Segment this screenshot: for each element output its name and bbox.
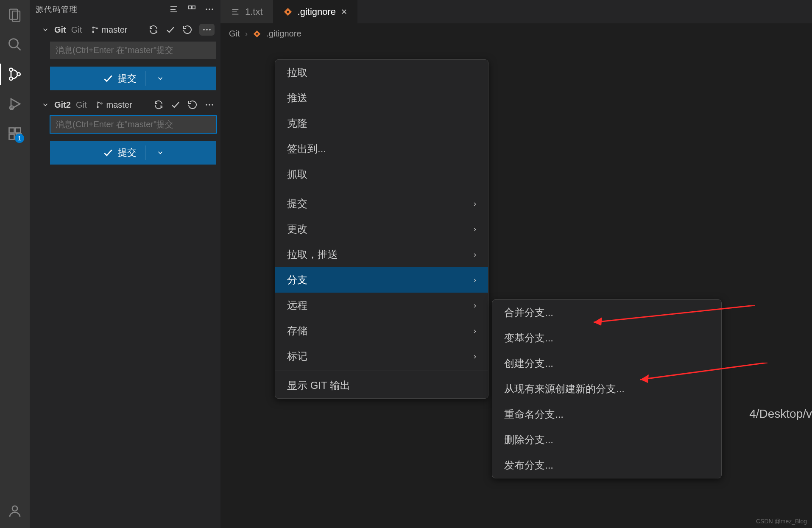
menu-item-label: 从现有来源创建新的分支... — [504, 382, 625, 396]
sync-icon[interactable] — [153, 100, 164, 110]
svg-point-25 — [203, 29, 205, 31]
svg-point-5 — [9, 77, 13, 81]
svg-rect-10 — [16, 128, 21, 133]
menu-item[interactable]: 克隆 — [275, 111, 488, 136]
svg-point-32 — [209, 104, 210, 106]
menu-item-label: 更改 — [287, 222, 307, 236]
editor-text: 4/Desktop/v — [749, 407, 812, 421]
svg-point-22 — [92, 27, 94, 28]
commit-button[interactable]: 提交 — [50, 141, 216, 165]
menu-item[interactable]: 远程› — [275, 293, 488, 318]
repo-git2: Git2 Git master 提交 — [30, 96, 220, 169]
commit-message-input[interactable] — [50, 116, 216, 133]
tab-gitignore[interactable]: .gitignore ✕ — [273, 0, 358, 23]
repo-more-icon[interactable] — [204, 100, 215, 110]
menu-item-label: 发布分支... — [504, 458, 553, 472]
tab-1txt[interactable]: 1.txt — [220, 0, 273, 23]
chevron-right-icon: › — [474, 276, 476, 285]
menu-item[interactable]: 合并分支... — [492, 300, 721, 325]
repo-git: Git Git master 提交 — [30, 20, 220, 95]
commit-message-input[interactable] — [50, 42, 216, 59]
menu-item[interactable]: 拉取 — [275, 60, 488, 85]
svg-line-3 — [17, 47, 21, 50]
svg-point-24 — [96, 28, 98, 29]
menu-item-label: 存储 — [287, 324, 307, 338]
menu-item[interactable]: 分支› — [275, 267, 488, 293]
menu-item-label: 拉取，推送 — [287, 248, 338, 261]
svg-rect-17 — [188, 6, 191, 9]
chevron-down-icon[interactable] — [156, 149, 164, 156]
menu-item[interactable]: 抓取 — [275, 162, 488, 187]
menu-item[interactable]: 重命名分支... — [492, 402, 721, 427]
run-debug-icon[interactable] — [6, 95, 23, 112]
menu-item[interactable]: 从现有来源创建新的分支... — [492, 376, 721, 402]
check-icon[interactable] — [170, 100, 181, 110]
chevron-down-icon[interactable] — [42, 101, 49, 109]
more-actions-icon[interactable] — [204, 4, 215, 14]
svg-point-21 — [212, 8, 213, 10]
source-control-icon[interactable] — [6, 66, 23, 83]
tab-label: 1.txt — [245, 6, 263, 17]
menu-item[interactable]: 变基分支... — [492, 325, 721, 351]
breadcrumb[interactable]: Git › .gitignore — [220, 24, 812, 44]
svg-point-33 — [212, 104, 213, 106]
menu-item[interactable]: 显示 GIT 输出 — [275, 373, 488, 398]
close-icon[interactable]: ✕ — [341, 7, 347, 17]
account-icon[interactable] — [6, 503, 23, 520]
svg-point-4 — [9, 68, 13, 72]
branch-submenu: 合并分支...变基分支...创建分支...从现有来源创建新的分支...重命名分支… — [492, 299, 722, 478]
menu-item[interactable]: 发布分支... — [492, 453, 721, 478]
chevron-right-icon: › — [474, 199, 476, 208]
menu-item[interactable]: 更改› — [275, 216, 488, 242]
refresh-icon[interactable] — [182, 25, 193, 35]
chevron-down-icon[interactable] — [156, 75, 164, 82]
menu-item[interactable]: 创建分支... — [492, 351, 721, 376]
menu-item-label: 签出到... — [287, 142, 326, 156]
search-icon[interactable] — [6, 36, 23, 53]
menu-item-label: 抓取 — [287, 168, 307, 181]
svg-rect-9 — [9, 128, 14, 133]
menu-item-label: 克隆 — [287, 117, 307, 130]
menu-item-label: 创建分支... — [504, 357, 553, 370]
commit-button[interactable]: 提交 — [50, 67, 216, 90]
sync-icon[interactable] — [148, 25, 159, 35]
branch-indicator[interactable]: master — [96, 100, 132, 110]
branch-indicator[interactable]: master — [91, 25, 127, 35]
menu-item[interactable]: 推送 — [275, 85, 488, 111]
repo-more-icon[interactable] — [199, 24, 215, 36]
chevron-right-icon: › — [474, 301, 476, 310]
menu-item[interactable]: 提交› — [275, 191, 488, 216]
svg-point-23 — [92, 31, 94, 33]
menu-item[interactable]: 删除分支... — [492, 427, 721, 453]
repo-sub: Git — [76, 100, 87, 110]
repo-sub: Git — [71, 25, 82, 35]
source-control-sidebar: 源代码管理 Git Git master — [30, 0, 220, 528]
svg-marker-7 — [11, 99, 20, 109]
menu-item[interactable]: 标记› — [275, 344, 488, 369]
svg-point-30 — [101, 103, 102, 104]
repo-name: Git2 — [54, 100, 71, 110]
svg-point-31 — [206, 104, 207, 106]
view-list-icon[interactable] — [169, 4, 179, 14]
explorer-icon[interactable] — [6, 6, 23, 23]
svg-point-2 — [9, 39, 18, 48]
chevron-down-icon[interactable] — [42, 26, 49, 34]
menu-item[interactable]: 拉取，推送› — [275, 242, 488, 267]
menu-item-label: 变基分支... — [504, 331, 553, 345]
refresh-icon[interactable] — [187, 100, 198, 110]
svg-point-37 — [287, 11, 289, 13]
svg-rect-18 — [192, 6, 195, 9]
menu-item-label: 提交 — [287, 197, 307, 210]
chevron-right-icon: › — [245, 29, 248, 39]
menu-item[interactable]: 存储› — [275, 318, 488, 344]
view-tree-icon[interactable] — [187, 4, 197, 14]
menu-item-label: 推送 — [287, 91, 307, 105]
extensions-icon[interactable]: 1 — [6, 125, 23, 142]
check-icon[interactable] — [165, 25, 176, 35]
menu-item[interactable]: 签出到... — [275, 136, 488, 162]
watermark: CSDN @mez_Blog — [756, 518, 807, 525]
menu-item-label: 显示 GIT 输出 — [287, 379, 350, 392]
menu-item-label: 拉取 — [287, 66, 307, 79]
scm-context-menu: 拉取推送克隆签出到...抓取提交›更改›拉取，推送›分支›远程›存储›标记›显示… — [275, 59, 488, 399]
extensions-badge: 1 — [15, 134, 24, 143]
